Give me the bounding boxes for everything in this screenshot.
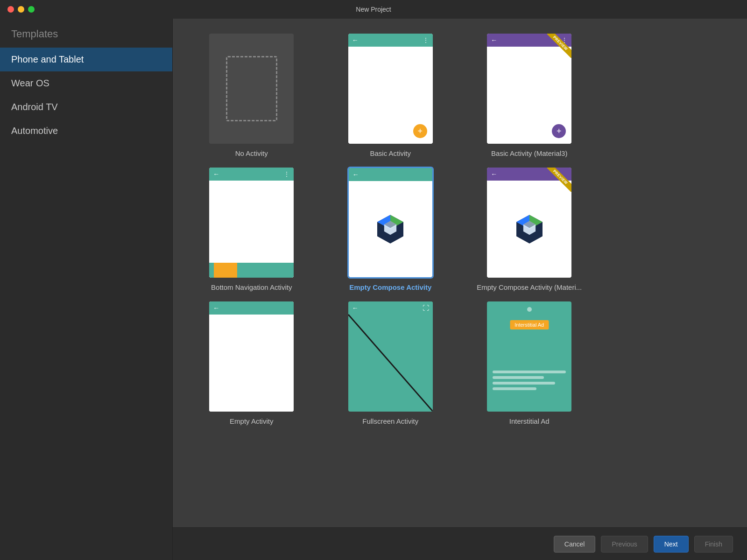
sidebar-title: Templates <box>0 28 172 48</box>
back-arrow-bottom-nav-icon: ← <box>213 170 219 178</box>
template-preview-empty-activity: ← <box>208 301 295 413</box>
interstitial-line-3 <box>493 382 555 385</box>
phone-body-empty-compose <box>349 181 432 277</box>
window-title: New Project <box>356 6 391 13</box>
back-arrow-m3-icon: ← <box>491 36 497 44</box>
template-preview-bottom-nav: ← ⋮ <box>208 167 295 279</box>
fab-button-m3: + <box>552 124 566 138</box>
phone-body-m3: + <box>487 47 571 144</box>
phone-topbar-empty-compose: ← <box>349 168 432 181</box>
sidebar-item-wear-os[interactable]: Wear OS <box>0 71 172 95</box>
template-label-empty-activity: Empty Activity <box>230 417 273 425</box>
minimize-button[interactable] <box>18 6 24 13</box>
template-preview-basic-activity: ← ⋮ + <box>347 33 434 145</box>
sidebar-item-android-tv[interactable]: Android TV <box>0 95 172 119</box>
back-arrow-icon: ← <box>352 36 359 44</box>
preview-badge-m3 <box>547 34 571 58</box>
phone-body-bottom-nav <box>209 181 294 278</box>
template-preview-empty-compose-m3: ← <box>486 167 572 279</box>
menu-dots-icon: ⋮ <box>423 37 429 43</box>
window-controls <box>7 6 35 13</box>
template-basic-activity-m3[interactable]: ← ⋮ + Basic Activity (Material3) <box>465 33 594 157</box>
fab-button-basic: + <box>413 124 427 138</box>
phone-mock-empty-compose: ← <box>349 168 432 277</box>
back-arrow-compose-m3-icon: ← <box>491 170 497 178</box>
template-bottom-nav[interactable]: ← ⋮ Bottom Navigation Activity <box>187 167 317 291</box>
template-preview-basic-m3: ← ⋮ + <box>486 33 572 145</box>
template-label-fullscreen: Fullscreen Activity <box>362 417 418 425</box>
sidebar-item-phone-tablet[interactable]: Phone and Tablet <box>0 48 172 71</box>
template-label-basic-activity: Basic Activity <box>370 149 411 157</box>
template-preview-fullscreen: ← ⛶ <box>347 301 434 413</box>
phone-topbar-bottom-nav: ← ⋮ <box>209 168 294 181</box>
cancel-button[interactable]: Cancel <box>554 536 596 553</box>
previous-button[interactable]: Previous <box>601 536 648 553</box>
template-interstitial-ad[interactable]: Interstitial Ad Interstitial Ad <box>465 301 594 425</box>
phone-mock-basic: ← ⋮ + <box>348 34 433 144</box>
menu-dots-bottom-nav-icon: ⋮ <box>284 171 290 177</box>
sidebar-item-automotive[interactable]: Automotive <box>0 119 172 143</box>
template-label-bottom-nav: Bottom Navigation Activity <box>211 283 292 291</box>
back-arrow-compose-icon: ← <box>352 171 359 178</box>
phone-body-empty-compose-m3 <box>487 181 571 278</box>
phone-body-basic: + <box>348 47 433 144</box>
template-label-empty-compose-m3: Empty Compose Activity (Materi... <box>477 283 582 291</box>
bottom-nav-highlight <box>214 263 237 278</box>
preview-badge-compose-m3 <box>547 168 571 192</box>
interstitial-lines <box>493 371 566 393</box>
fullscreen-mock: ← ⛶ <box>348 301 433 412</box>
sidebar: Templates Phone and Tablet Wear OS Andro… <box>0 19 173 560</box>
interstitial-dot <box>527 307 532 312</box>
empty-body <box>209 315 294 412</box>
svg-line-10 <box>348 315 433 411</box>
template-label-basic-m3: Basic Activity (Material3) <box>491 149 567 157</box>
template-basic-activity[interactable]: ← ⋮ + Basic Activity <box>326 33 456 157</box>
compose-logo-m3 <box>513 213 546 245</box>
template-empty-activity[interactable]: ← Empty Activity <box>187 301 317 425</box>
template-preview-empty-compose: ← <box>347 167 434 279</box>
no-activity-box <box>209 34 294 144</box>
interstitial-mock: Interstitial Ad <box>487 301 571 412</box>
footer: Cancel Previous Next Finish <box>173 527 747 560</box>
template-fullscreen-activity[interactable]: ← ⛶ Fullscreen Activity <box>326 301 456 425</box>
titlebar: New Project <box>0 0 747 19</box>
template-no-activity[interactable]: No Activity <box>187 33 317 157</box>
template-preview-interstitial: Interstitial Ad <box>486 301 572 413</box>
maximize-button[interactable] <box>28 6 35 13</box>
interstitial-line-4 <box>493 387 536 390</box>
template-empty-compose[interactable]: ← <box>326 167 456 291</box>
interstitial-line-2 <box>493 376 544 379</box>
compose-logo <box>374 213 407 245</box>
content-area: No Activity ← ⋮ + Basic Activity <box>173 19 747 560</box>
template-empty-compose-m3[interactable]: ← Empty <box>465 167 594 291</box>
interstitial-ad-label: Interstitial Ad <box>510 320 549 329</box>
back-arrow-empty-icon: ← <box>213 304 219 312</box>
interstitial-line-1 <box>493 371 566 373</box>
finish-button[interactable]: Finish <box>694 536 733 553</box>
empty-white-mock: ← <box>209 301 294 412</box>
templates-grid: No Activity ← ⋮ + Basic Activity <box>173 19 747 527</box>
bottom-nav-bar <box>209 263 294 278</box>
main-container: Templates Phone and Tablet Wear OS Andro… <box>0 19 747 560</box>
diagonal-line <box>348 301 433 412</box>
phone-mock-bottom-nav: ← ⋮ <box>209 168 294 278</box>
phone-topbar-basic: ← ⋮ <box>348 34 433 47</box>
template-label-no-activity: No Activity <box>235 149 268 157</box>
close-button[interactable] <box>7 6 14 13</box>
phone-topbar-empty: ← <box>209 301 294 315</box>
dashed-rect <box>226 56 277 121</box>
template-label-empty-compose: Empty Compose Activity <box>349 283 431 291</box>
next-button[interactable]: Next <box>654 536 689 553</box>
template-preview-no-activity <box>208 33 295 145</box>
template-label-interstitial: Interstitial Ad <box>509 417 550 425</box>
